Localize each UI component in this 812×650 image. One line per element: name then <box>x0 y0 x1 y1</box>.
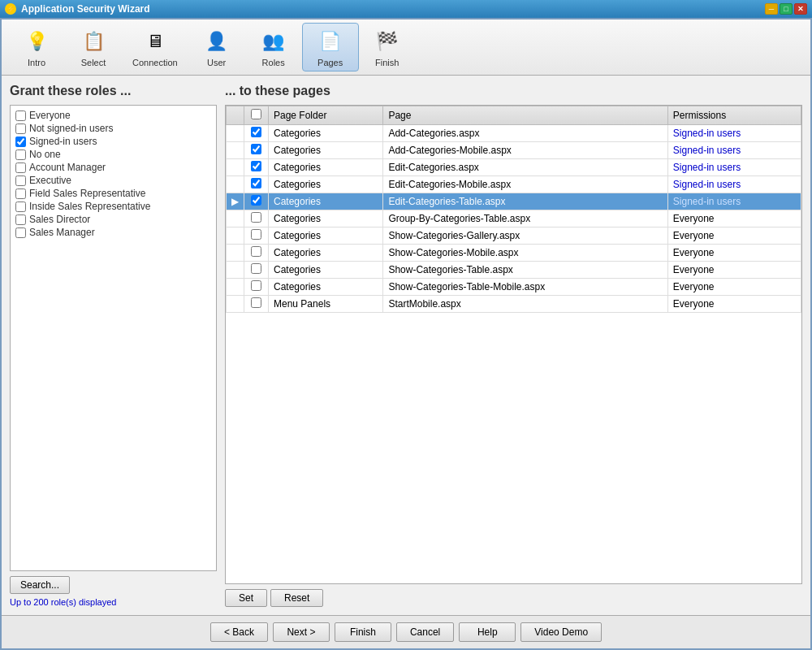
video-demo-button[interactable]: Video Demo <box>520 622 602 642</box>
perm-link-0[interactable]: Signed-in users <box>673 128 741 139</box>
row-arrow-4: ▶ <box>227 193 244 210</box>
row-folder-0: Categories <box>269 125 383 142</box>
row-check-9[interactable] <box>244 279 269 296</box>
row-page-7: Show-Categories-Mobile.aspx <box>383 245 667 262</box>
search-button[interactable]: Search... <box>10 576 70 594</box>
row-check-1[interactable] <box>244 142 269 159</box>
title-bar: ⚡ Application Security Wizard ─ □ ✕ <box>0 0 812 18</box>
help-button[interactable]: Help <box>459 622 516 642</box>
table-header-row: Page Folder Page Permissions <box>227 106 801 125</box>
wizard-step-intro[interactable]: 💡 Intro <box>8 23 65 72</box>
role-checkbox-everyone[interactable] <box>15 110 26 121</box>
reset-button[interactable]: Reset <box>270 589 323 607</box>
row-permissions-2[interactable]: Signed-in users <box>667 159 801 176</box>
maximize-button[interactable]: □ <box>780 3 793 15</box>
row-check-0[interactable] <box>244 125 269 142</box>
finish-button[interactable]: Finish <box>335 622 391 642</box>
table-row[interactable]: CategoriesEdit-Categories.aspxSigned-in … <box>227 159 801 176</box>
row-checkbox-7[interactable] <box>251 246 261 257</box>
row-arrow-10 <box>227 296 244 313</box>
table-row[interactable]: CategoriesShow-Categories-Gallery.aspxEv… <box>227 228 801 245</box>
row-check-10[interactable] <box>244 296 269 313</box>
row-checkbox-4[interactable] <box>251 195 261 206</box>
minimize-button[interactable]: ─ <box>765 3 778 15</box>
perm-link-2[interactable]: Signed-in users <box>673 162 741 173</box>
table-row[interactable]: CategoriesAdd-Categories-Mobile.aspxSign… <box>227 142 801 159</box>
select-all-checkbox[interactable] <box>251 109 261 119</box>
table-row[interactable]: CategoriesShow-Categories-Mobile.aspxEve… <box>227 245 801 262</box>
role-item-no-one[interactable]: No one <box>14 148 213 161</box>
row-check-4[interactable] <box>244 193 269 210</box>
row-check-6[interactable] <box>244 228 269 245</box>
row-check-5[interactable] <box>244 210 269 228</box>
row-checkbox-8[interactable] <box>251 263 261 274</box>
wizard-step-connection[interactable]: 🖥 Connection <box>122 23 188 72</box>
perm-link-3[interactable]: Signed-in users <box>673 179 741 190</box>
next-button[interactable]: Next > <box>273 622 330 642</box>
role-item-account-manager[interactable]: Account Manager <box>14 161 213 174</box>
wizard-step-roles[interactable]: 👥 Roles <box>245 23 302 72</box>
role-checkbox-executive[interactable] <box>15 176 26 186</box>
row-check-8[interactable] <box>244 262 269 279</box>
row-check-2[interactable] <box>244 159 269 176</box>
role-checkbox-inside-sales[interactable] <box>15 202 26 212</box>
row-checkbox-1[interactable] <box>251 144 261 154</box>
role-checkbox-no-one[interactable] <box>15 150 26 160</box>
window-title: Application Security Wizard <box>21 3 150 15</box>
wizard-step-select[interactable]: 📋 Select <box>65 23 122 72</box>
row-checkbox-5[interactable] <box>251 212 261 223</box>
role-checkbox-sales-director[interactable] <box>15 214 26 225</box>
wizard-step-finish[interactable]: 🏁 Finish <box>359 23 416 72</box>
table-row[interactable]: Menu PanelsStartMobile.aspxEveryone <box>227 296 801 313</box>
cancel-button[interactable]: Cancel <box>396 622 454 642</box>
role-item-sales-manager[interactable]: Sales Manager <box>14 226 213 239</box>
set-button[interactable]: Set <box>225 589 267 607</box>
role-label-sales-director: Sales Director <box>29 214 90 225</box>
table-row[interactable]: ▶CategoriesEdit-Categories-Table.aspxSig… <box>227 193 801 210</box>
role-item-everyone[interactable]: Everyone <box>14 109 213 122</box>
table-row[interactable]: CategoriesEdit-Categories-Mobile.aspxSig… <box>227 176 801 193</box>
role-item-not-signed-in[interactable]: Not signed-in users <box>14 122 213 135</box>
role-item-inside-sales[interactable]: Inside Sales Representative <box>14 200 213 213</box>
perm-link-4[interactable]: Signed-in users <box>673 196 741 207</box>
role-checkbox-account-manager[interactable] <box>15 162 26 173</box>
row-checkbox-9[interactable] <box>251 280 261 291</box>
pages-tbody: CategoriesAdd-Categories.aspxSigned-in u… <box>227 125 801 313</box>
role-item-signed-in[interactable]: Signed-in users <box>14 135 213 148</box>
role-checkbox-not-signed-in[interactable] <box>15 124 26 134</box>
role-checkbox-signed-in[interactable] <box>15 136 26 147</box>
close-button[interactable]: ✕ <box>794 3 807 15</box>
roles-icon: 👥 <box>259 27 288 56</box>
row-permissions-4[interactable]: Signed-in users <box>667 193 801 210</box>
table-row[interactable]: CategoriesGroup-By-Categories-Table.aspx… <box>227 210 801 228</box>
row-permissions-3[interactable]: Signed-in users <box>667 176 801 193</box>
role-item-field-sales[interactable]: Field Sales Representative <box>14 187 213 200</box>
row-page-1: Add-Categories-Mobile.aspx <box>383 142 667 159</box>
row-permissions-0[interactable]: Signed-in users <box>667 125 801 142</box>
perm-link-1[interactable]: Signed-in users <box>673 145 741 156</box>
role-checkbox-sales-manager[interactable] <box>15 228 26 238</box>
row-checkbox-3[interactable] <box>251 178 261 188</box>
role-item-sales-director[interactable]: Sales Director <box>14 213 213 226</box>
row-permissions-1[interactable]: Signed-in users <box>667 142 801 159</box>
role-label-field-sales: Field Sales Representative <box>29 188 145 199</box>
wizard-step-user[interactable]: 👤 User <box>188 23 245 72</box>
row-checkbox-6[interactable] <box>251 229 261 240</box>
row-arrow-3 <box>227 176 244 193</box>
row-checkbox-0[interactable] <box>251 127 261 137</box>
row-check-7[interactable] <box>244 245 269 262</box>
role-label-inside-sales: Inside Sales Representative <box>29 201 150 212</box>
row-checkbox-2[interactable] <box>251 161 261 171</box>
table-row[interactable]: CategoriesAdd-Categories.aspxSigned-in u… <box>227 125 801 142</box>
role-item-executive[interactable]: Executive <box>14 174 213 187</box>
table-row[interactable]: CategoriesShow-Categories-Table.aspxEver… <box>227 262 801 279</box>
wizard-step-pages[interactable]: 📄 Pages <box>302 23 359 72</box>
row-check-3[interactable] <box>244 176 269 193</box>
pages-icon: 📄 <box>316 27 345 56</box>
row-checkbox-10[interactable] <box>251 297 261 308</box>
table-row[interactable]: CategoriesShow-Categories-Table-Mobile.a… <box>227 279 801 296</box>
pages-table-container[interactable]: Page Folder Page Permissions CategoriesA… <box>225 105 802 584</box>
back-button[interactable]: < Back <box>210 622 268 642</box>
role-checkbox-field-sales[interactable] <box>15 188 26 199</box>
role-label-sales-manager: Sales Manager <box>29 227 95 238</box>
